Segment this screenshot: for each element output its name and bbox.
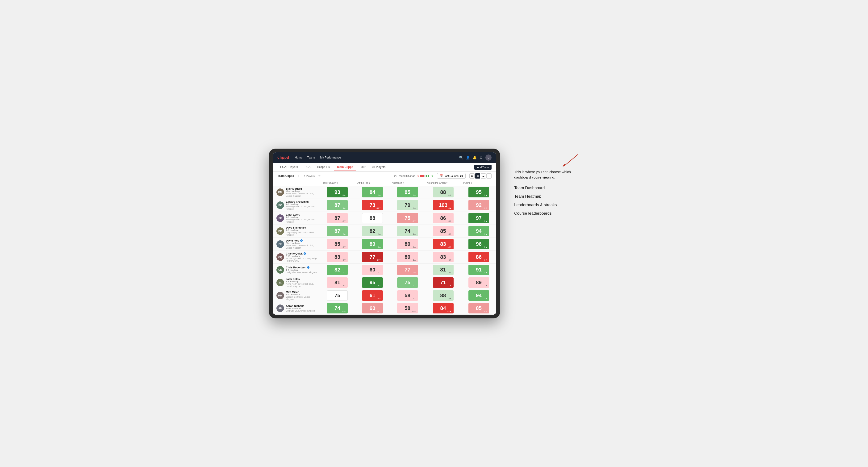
score-box: 103 15▲ [433, 200, 454, 210]
player-count: 14 Players [302, 175, 315, 177]
score-box: 74 -8▲ [327, 303, 348, 313]
th-putting[interactable]: Putting ▾ [461, 180, 496, 186]
player-handicap: 11-15 Handicap [286, 307, 316, 310]
score-box: 75 -3▼ [397, 213, 418, 223]
score-box: 89 -2▼ [468, 277, 489, 288]
score-cell: 75 -3▼ [390, 212, 425, 225]
score-number: 60 [370, 267, 375, 273]
player-avatar: EE [276, 214, 284, 222]
table-row[interactable]: JC Josh Coles 1-5 Handicap Royal North D… [273, 276, 496, 289]
player-avatar: DB [276, 227, 284, 235]
score-number: 89 [476, 280, 482, 286]
score-box: 83 -10▼ [433, 239, 454, 249]
add-team-button[interactable]: Add Team [474, 165, 492, 170]
tab-hcaps[interactable]: Hcaps 1-5 [314, 163, 333, 171]
score-box: 82 -3▲ [327, 264, 348, 275]
edit-icon[interactable]: ✏ [318, 174, 321, 178]
view-heatmap[interactable]: ▦ [475, 173, 480, 179]
search-icon[interactable]: 🔍 [459, 156, 463, 159]
player-name: Charlie Quick ✓ [286, 252, 318, 255]
player-handicap: Plus Handicap [286, 242, 318, 244]
score-number: 88 [440, 189, 446, 195]
avatar[interactable]: U [486, 154, 492, 161]
score-change: 9▲ [413, 207, 416, 209]
player-handicap: 1-5 Handicap [286, 269, 317, 271]
score-change: -1▼ [448, 194, 452, 196]
table-row[interactable]: CQ Charlie Quick ✓ 6-10 Handicap St. Geo… [273, 251, 496, 264]
player-cell: EE Elliot Ebert 1-5 Handicap Sunningdale… [273, 212, 320, 225]
view-grid-small[interactable]: ⊞ [469, 173, 474, 179]
tab-all-players[interactable]: All Players [369, 163, 388, 171]
indicator-bar-neutral [424, 175, 426, 177]
score-number: 58 [404, 305, 410, 311]
player-name: David Ford ✓ [286, 239, 318, 242]
score-box: 88 -2▼ [433, 290, 454, 301]
view-download[interactable]: ↓ [486, 173, 492, 179]
th-off-tee[interactable]: Off the Tee ▾ [355, 180, 390, 186]
score-number: 94 [476, 292, 482, 299]
table-row[interactable]: DB Dave Billingham 1-5 Handicap Gog Mago… [273, 225, 496, 238]
score-change: -3▼ [342, 284, 346, 286]
score-change: -8▲ [342, 310, 346, 312]
score-change: -3▼ [342, 220, 346, 222]
score-number: 77 [370, 254, 375, 260]
nav-home[interactable]: Home [295, 155, 302, 160]
table-row[interactable]: EC Edward Crossman 1-5 Handicap Sunningd… [273, 199, 496, 212]
indicator-bar-red [420, 175, 422, 177]
player-handicap: 6-10 Handicap [286, 255, 318, 257]
score-number: 80 [404, 241, 410, 247]
score-box: 81 -3▼ [327, 277, 348, 288]
verify-icon: ✓ [300, 239, 303, 242]
nav-bar: clippd Home Teams My Performance 🔍 👤 🔔 ⚙… [273, 152, 496, 163]
score-cell: 91 -3▼ [461, 264, 496, 276]
score-change: -6▼ [448, 259, 452, 261]
tab-pgat[interactable]: PGAT Players [277, 163, 301, 171]
tab-pga[interactable]: PGA [302, 163, 313, 171]
score-change: 9▲ [484, 194, 487, 196]
score-box: 80 3▲ [397, 239, 418, 249]
settings-icon[interactable]: ⚙ [479, 156, 483, 159]
last-rounds-button[interactable]: 📅 Last Rounds: 20 [437, 173, 466, 179]
table-row[interactable]: DF David Ford ✓ Plus Handicap Royal Nort… [273, 238, 496, 251]
th-player-quality[interactable]: Player Quality ▾ [320, 180, 355, 186]
round-change-pos: +5 [431, 175, 433, 177]
score-cell: 75 2▲ [390, 276, 425, 289]
score-change: +4▲ [342, 194, 346, 196]
table-row[interactable]: AN Aaron Nicholls 11-15 Handicap Drift G… [273, 302, 496, 315]
th-player [273, 180, 320, 186]
table-row[interactable]: BM Blair McHarg Plus Handicap Royal Nort… [273, 186, 496, 199]
player-club: Craigmillar Park, United Kingdom [286, 271, 317, 274]
view-list[interactable]: ☰ [481, 173, 486, 179]
bell-icon[interactable]: 🔔 [473, 156, 477, 159]
score-box: 74 1▲ [397, 226, 418, 236]
score-cell: 93 +4▲ [320, 186, 355, 199]
score-cell: 85 -3▼ [320, 238, 355, 251]
player-name: Elliot Ebert [286, 213, 318, 216]
score-box: 60 2▲ [362, 264, 383, 275]
user-icon[interactable]: 👤 [466, 156, 470, 159]
nav-my-performance[interactable]: My Performance [320, 155, 341, 160]
score-cell: 85 -4▼ [461, 302, 496, 315]
score-box: 97 5▲ [468, 213, 489, 223]
annotation-team-heatmap: Team Heatmap [514, 194, 580, 199]
score-box: 83 -3▼ [327, 252, 348, 262]
score-number: 87 [335, 215, 340, 221]
score-number: 85 [476, 305, 482, 311]
player-club: St. George's Hill GC - Weybridge - Surre… [286, 257, 318, 262]
score-change: 4▲ [343, 233, 346, 235]
nav-teams[interactable]: Teams [307, 155, 315, 160]
last-rounds-label: Last Rounds: [444, 175, 459, 177]
data-table: Player Quality ▾ Off the Tee ▾ Approach … [273, 180, 496, 315]
tab-tour[interactable]: Tour [357, 163, 368, 171]
table-row[interactable]: CR Chris Robertson ✓ 1-5 Handicap Craigm… [273, 264, 496, 276]
th-around-green[interactable]: Around the Green ▾ [425, 180, 461, 186]
team-header: Team Clippd | 14 Players ✏ 20 Round Chan… [273, 172, 496, 180]
score-number: 86 [476, 254, 482, 260]
tab-team-clippd[interactable]: Team Clippd [334, 163, 356, 171]
score-change: -3▼ [342, 259, 346, 261]
score-change: 1▲ [343, 207, 346, 209]
table-row[interactable]: MM Matt Miller 6-10 Handicap Woburn Golf… [273, 289, 496, 302]
table-row[interactable]: EE Elliot Ebert 1-5 Handicap Sunningdale… [273, 212, 496, 225]
player-name: Dave Billingham [286, 226, 318, 229]
th-approach[interactable]: Approach ▾ [390, 180, 425, 186]
